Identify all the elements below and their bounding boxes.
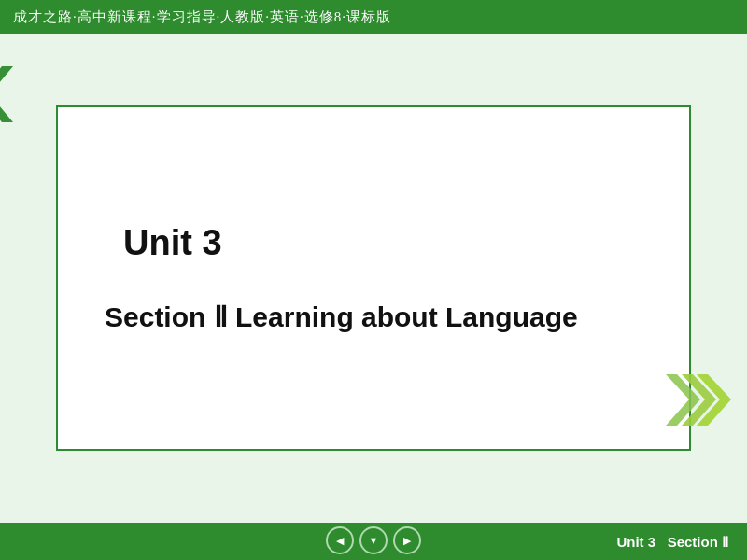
top-bar: 成才之路·高中新课程·学习指导·人教版·英语·选修8·课标版	[0, 0, 747, 34]
bottom-bar: Unit 3 Section Ⅱ	[0, 523, 747, 560]
next-button[interactable]	[393, 526, 421, 554]
left-chevron-icon	[0, 62, 14, 127]
card: Unit 3 Section Ⅱ Learning about Language	[56, 105, 691, 451]
bottom-right-label: Unit 3 Section Ⅱ	[616, 534, 728, 551]
nav-buttons	[326, 526, 421, 554]
svg-marker-2	[0, 66, 13, 122]
right-chevron-icon	[661, 370, 740, 430]
main-content: Unit 3 Section Ⅱ Learning about Language	[0, 34, 747, 523]
section-title: Section Ⅱ Learning about Language	[105, 301, 578, 333]
home-button[interactable]	[359, 526, 388, 554]
right-chevrons	[661, 370, 740, 430]
unit-title: Unit 3	[123, 223, 222, 263]
bottom-unit-text: Unit 3	[616, 534, 655, 550]
prev-button[interactable]	[326, 526, 354, 554]
bottom-section-text: Section Ⅱ	[668, 534, 728, 550]
top-bar-title: 成才之路·高中新课程·学习指导·人教版·英语·选修8·课标版	[13, 8, 391, 26]
left-chevrons	[0, 62, 14, 127]
